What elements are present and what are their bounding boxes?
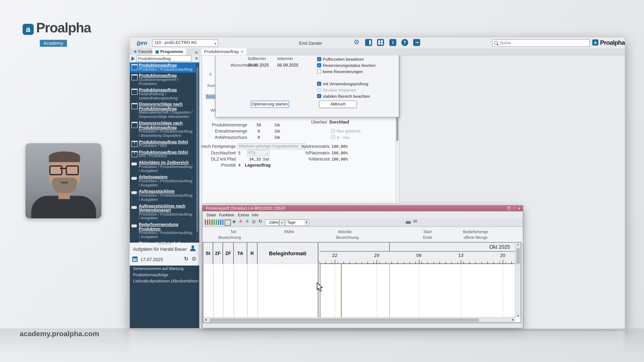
field-value[interactable]: 0 bbox=[250, 135, 268, 140]
gantt-hscrollbar[interactable]: ◀ ▶ bbox=[203, 317, 515, 323]
zoom-field[interactable] bbox=[265, 220, 280, 226]
person-icon[interactable] bbox=[190, 245, 196, 251]
zoom-range-icon[interactable]: ✛ bbox=[244, 219, 250, 224]
durchlaufzeit-value[interactable]: 5 bbox=[238, 151, 240, 155]
optimierung-starten-button[interactable]: Optimierung starten bbox=[250, 100, 289, 108]
settings-gear-icon[interactable]: ⚙ bbox=[354, 38, 360, 46]
collapse-red-icon[interactable]: ✛ bbox=[238, 219, 244, 224]
list-item[interactable]: Auftragsstückliste nach VerwendungsartPr… bbox=[130, 203, 199, 222]
col-zf1[interactable]: ZF bbox=[213, 243, 223, 264]
expand-green-icon[interactable]: ◆ bbox=[231, 219, 237, 224]
list-item[interactable]: ProduktionsauftragQualitätsmanagement / … bbox=[130, 73, 199, 87]
print-icon[interactable] bbox=[406, 221, 411, 224]
col-r[interactable]: R bbox=[247, 243, 258, 264]
field-value[interactable]: 50 bbox=[250, 123, 268, 127]
res-geloescht-checkbox[interactable] bbox=[331, 129, 335, 133]
zoom-dropdown-icon[interactable]: ▼ bbox=[279, 220, 284, 226]
company-select[interactable]: 110 - proELECTRO AG▼ bbox=[152, 39, 218, 47]
refresh-icon[interactable]: ↻ bbox=[184, 256, 188, 262]
wunschtermin-soll[interactable]: 30.09.2025 bbox=[248, 63, 269, 67]
info-icon[interactable]: i bbox=[390, 39, 396, 46]
list-item[interactable]: ArbeitspapiereProduktion / Produktionsau… bbox=[130, 174, 199, 189]
list-item[interactable]: Dispovorschläge nach ProduktionsauftragP… bbox=[130, 120, 199, 139]
field-value[interactable]: 0 bbox=[250, 129, 268, 133]
scrollbar-thumb[interactable] bbox=[516, 248, 520, 264]
center-target-icon[interactable]: ◎ bbox=[251, 219, 256, 224]
layout-panels-icon[interactable] bbox=[377, 39, 384, 46]
list-item[interactable]: Dispovorschläge nach ProduktionsauftragM… bbox=[130, 102, 199, 120]
stabiler-bereich-checkbox[interactable]: ✓ bbox=[317, 94, 321, 98]
scroll-left-icon[interactable]: ◀ bbox=[204, 318, 207, 322]
gantt-menubar: Datei Funktion Extras Info bbox=[202, 211, 523, 218]
wunschtermin-ist[interactable]: 06.08.2025 bbox=[277, 63, 298, 67]
scrollbar-thumb[interactable] bbox=[396, 117, 398, 141]
menu-info[interactable]: Info bbox=[252, 213, 258, 217]
task-link[interactable]: Lieferabrufpositionen (Abrufverfahren 2) bbox=[130, 278, 199, 284]
col-zf2[interactable]: ZF bbox=[223, 243, 234, 264]
sidebar-scrollbar[interactable] bbox=[196, 63, 199, 241]
list-item[interactable]: Aktivitäten im ZeitbereichProduktion / P… bbox=[130, 160, 199, 174]
reservierungsstatus-checkbox[interactable]: ✓ bbox=[317, 63, 321, 67]
new-window-icon[interactable] bbox=[365, 39, 372, 46]
ktg-select[interactable]: KTg▼ bbox=[247, 150, 270, 156]
restore-window-icon[interactable]: ❐ bbox=[506, 206, 511, 211]
form-scrollbar[interactable] bbox=[396, 116, 399, 202]
abbruch-button[interactable]: Abbruch bbox=[319, 100, 357, 108]
splitter-handle[interactable] bbox=[158, 243, 171, 244]
verwendungspruefung-checkbox[interactable]: ✓ bbox=[317, 82, 321, 86]
list-item[interactable]: Elektrostückliste AuftragProduktion / Pr… bbox=[130, 240, 199, 243]
clear-search-icon[interactable]: × bbox=[195, 55, 198, 61]
calendar-icon[interactable] bbox=[132, 257, 138, 262]
menu-extras[interactable]: Extras bbox=[238, 213, 249, 217]
help-icon[interactable]: ? bbox=[401, 39, 408, 46]
scroll-right-icon[interactable]: ▶ bbox=[512, 318, 514, 322]
list-item[interactable]: iProduktionsauftrag (Info)MIS / Produkti… bbox=[130, 149, 199, 160]
list-item[interactable]: iProduktionsauftrag (Info)Produktion / M… bbox=[130, 139, 199, 149]
task-link[interactable]: Produktionsaufträge bbox=[130, 272, 199, 278]
list-item[interactable]: ProduktionsauftragInstandhaltung / Insta… bbox=[130, 87, 199, 102]
col-ta[interactable]: TA bbox=[234, 243, 247, 264]
search-input[interactable] bbox=[499, 40, 587, 45]
list-item[interactable]: ProduktionsauftragProduktion / Produktio… bbox=[130, 62, 199, 73]
day-ticks bbox=[320, 261, 516, 264]
close-window-icon[interactable]: × bbox=[517, 206, 522, 211]
scroll-up-icon[interactable]: ▲ bbox=[515, 243, 521, 246]
global-search[interactable] bbox=[492, 39, 590, 47]
sidebar-collapse-icon[interactable]: « bbox=[192, 49, 201, 55]
prio-value[interactable]: 4 bbox=[238, 163, 240, 167]
zoom-input[interactable] bbox=[265, 220, 279, 225]
bars-green-icon[interactable] bbox=[212, 220, 217, 225]
scrollbar-thumb[interactable] bbox=[210, 319, 479, 322]
refresh-icon[interactable]: ↻ bbox=[258, 219, 263, 224]
close-tab-icon[interactable]: × bbox=[241, 49, 243, 54]
timeline-month-band: Okt 2025 bbox=[320, 243, 516, 252]
col-st[interactable]: St bbox=[203, 243, 213, 264]
logout-door-icon[interactable]: ⇥ bbox=[413, 39, 420, 46]
tab-programme[interactable]: ▣ Programme bbox=[152, 48, 186, 55]
email-icon[interactable]: ✉ bbox=[412, 219, 418, 224]
scrollbar-thumb[interactable] bbox=[196, 67, 198, 232]
col-beleginformation[interactable]: Beleginformati bbox=[258, 243, 318, 264]
menu-datei[interactable]: Datei bbox=[206, 213, 216, 217]
maximize-window-icon[interactable]: □ bbox=[512, 206, 516, 211]
keine-reservierungen-checkbox[interactable] bbox=[317, 69, 321, 73]
menu-funktion[interactable]: Funktion bbox=[219, 213, 234, 217]
scroll-down-icon[interactable]: ▼ bbox=[515, 314, 521, 317]
run-search-icon[interactable] bbox=[132, 57, 135, 61]
tasks-date[interactable]: 17.07.2025 bbox=[140, 257, 163, 262]
pufferzeiten-checkbox[interactable]: ✓ bbox=[317, 57, 321, 61]
tr-neu-checkbox[interactable] bbox=[331, 135, 335, 139]
struktur-checkbox[interactable] bbox=[317, 88, 321, 92]
tasks-settings-icon[interactable]: ⚙ bbox=[192, 256, 196, 262]
list-item[interactable]: AuftragsstücklisteProduktion / Produktio… bbox=[130, 189, 199, 203]
gantt-vscrollbar[interactable]: ▲ ▼ bbox=[515, 243, 521, 318]
gantt-titlebar[interactable]: Prozessgantt (Struktur) LA-B0213101 1552… bbox=[202, 206, 523, 211]
task-link[interactable]: Seriennummern auf Wartung bbox=[130, 266, 199, 272]
tab-produktionsauftrag[interactable]: Produktionsauftrag× bbox=[201, 48, 246, 55]
bars-blue-icon[interactable] bbox=[218, 220, 224, 225]
fit-view-icon[interactable] bbox=[225, 220, 231, 226]
program-search-input[interactable] bbox=[136, 55, 191, 62]
unit-select[interactable]: Tage▼ bbox=[286, 220, 309, 226]
bars-red-icon[interactable] bbox=[205, 220, 210, 225]
list-item[interactable]: Bedarfsverwendung ProduktionProduktion /… bbox=[130, 222, 199, 241]
